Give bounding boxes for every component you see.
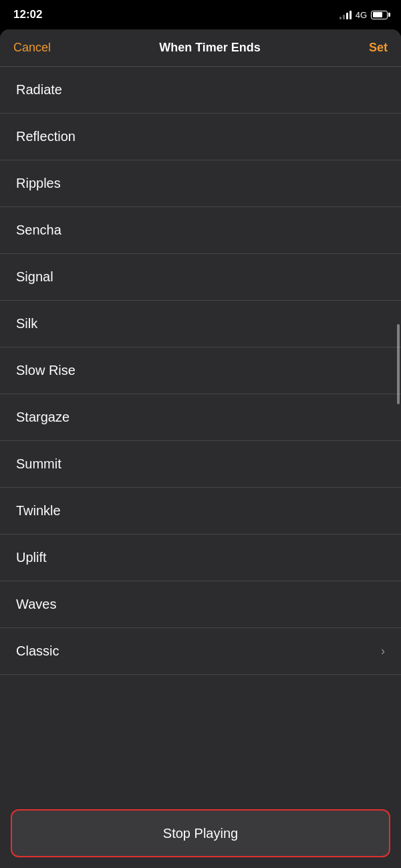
list-item-waves[interactable]: Waves: [0, 581, 401, 628]
status-icons: 4G: [340, 10, 388, 20]
list-item-classic[interactable]: Classic›: [0, 628, 401, 675]
scrollbar-thumb: [397, 324, 400, 404]
battery-icon: [371, 11, 388, 19]
list-item-slow-rise[interactable]: Slow Rise: [0, 347, 401, 394]
list-item-label-slow-rise: Slow Rise: [16, 363, 76, 378]
list-item-label-radiate: Radiate: [16, 82, 62, 98]
signal-icon: [340, 10, 352, 19]
list-item-sencha[interactable]: Sencha: [0, 207, 401, 254]
list-item-ripples[interactable]: Ripples: [0, 160, 401, 207]
list-item-stargaze[interactable]: Stargaze: [0, 394, 401, 441]
cancel-button[interactable]: Cancel: [13, 41, 51, 55]
list-item-label-silk: Silk: [16, 316, 37, 331]
modal-container: Cancel When Timer Ends Set RadiateReflec…: [0, 29, 401, 868]
list-item-label-summit: Summit: [16, 456, 61, 472]
list-item-label-stargaze: Stargaze: [16, 410, 70, 425]
stop-playing-label: Stop Playing: [163, 826, 238, 841]
list-item-summit[interactable]: Summit: [0, 441, 401, 488]
list-item-label-signal: Signal: [16, 269, 53, 285]
list-item-twinkle[interactable]: Twinkle: [0, 488, 401, 535]
list-item-radiate[interactable]: Radiate: [0, 67, 401, 114]
list-item-label-uplift: Uplift: [16, 550, 47, 565]
list-item-label-twinkle: Twinkle: [16, 503, 61, 519]
chevron-right-icon: ›: [381, 644, 385, 658]
stop-playing-button[interactable]: Stop Playing: [11, 809, 390, 857]
set-button[interactable]: Set: [369, 41, 388, 55]
list-item-label-reflection: Reflection: [16, 129, 76, 144]
list-item-label-classic: Classic: [16, 643, 59, 659]
status-time: 12:02: [13, 8, 42, 21]
list-item-label-ripples: Ripples: [16, 176, 61, 191]
list-item-label-waves: Waves: [16, 597, 56, 612]
stop-playing-section: Stop Playing: [0, 803, 401, 868]
status-bar: 12:02 4G: [0, 0, 401, 29]
sound-list: RadiateReflectionRipplesSenchaSignalSilk…: [0, 67, 401, 803]
network-label: 4G: [356, 10, 367, 20]
list-item-uplift[interactable]: Uplift: [0, 535, 401, 581]
modal-title: When Timer Ends: [159, 41, 261, 55]
list-item-label-sencha: Sencha: [16, 223, 61, 238]
scrollbar-track: [397, 67, 400, 803]
list-item-silk[interactable]: Silk: [0, 301, 401, 347]
list-item-signal[interactable]: Signal: [0, 254, 401, 301]
list-item-reflection[interactable]: Reflection: [0, 114, 401, 160]
modal-header: Cancel When Timer Ends Set: [0, 29, 401, 67]
